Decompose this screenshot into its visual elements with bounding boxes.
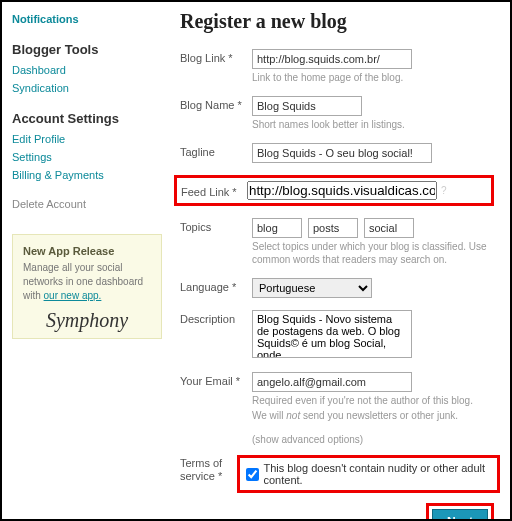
- highlight-feed-link: Feed Link * ?: [174, 175, 494, 206]
- highlight-tos: This blog doesn't contain nudity or othe…: [237, 455, 500, 493]
- nav-syndication[interactable]: Syndication: [12, 79, 162, 97]
- label-blog-link: Blog Link *: [180, 49, 252, 64]
- input-blog-name[interactable]: [252, 96, 362, 116]
- hint-topics: Select topics under which your blog is c…: [252, 240, 500, 266]
- input-blog-link[interactable]: [252, 49, 412, 69]
- label-email: Your Email *: [180, 372, 252, 387]
- next-button[interactable]: Next: [432, 509, 488, 521]
- hint-email-1: Required even if you're not the author o…: [252, 394, 500, 407]
- nav-settings[interactable]: Settings: [12, 148, 162, 166]
- input-topic-2[interactable]: [308, 218, 358, 238]
- input-topic-3[interactable]: [364, 218, 414, 238]
- label-description: Description: [180, 310, 252, 325]
- highlight-next: Next: [426, 503, 494, 521]
- textarea-description[interactable]: Blog Squids - Novo sistema de postagens …: [252, 310, 412, 358]
- hint-email-2: We will not send you newsletters or othe…: [252, 409, 500, 422]
- help-icon[interactable]: ?: [441, 185, 447, 196]
- label-feed-link: Feed Link *: [181, 183, 247, 198]
- label-language: Language *: [180, 278, 252, 293]
- label-tos: Terms of service *: [180, 455, 237, 483]
- page-title: Register a new blog: [180, 10, 500, 33]
- nav-head-account: Account Settings: [12, 111, 162, 126]
- hint-blog-name: Short names look better in listings.: [252, 118, 500, 131]
- hint-blog-link: Link to the home page of the blog.: [252, 71, 500, 84]
- input-tagline[interactable]: [252, 143, 432, 163]
- label-tagline: Tagline: [180, 143, 252, 158]
- promo-title: New App Release: [23, 245, 151, 257]
- promo-text: Manage all your social networks in one d…: [23, 261, 151, 303]
- input-topic-1[interactable]: [252, 218, 302, 238]
- nav-edit-profile[interactable]: Edit Profile: [12, 130, 162, 148]
- nav-delete-account[interactable]: Delete Account: [12, 198, 162, 210]
- nav-notifications[interactable]: Notifications: [12, 10, 162, 28]
- input-email[interactable]: [252, 372, 412, 392]
- tos-text: This blog doesn't contain nudity or othe…: [263, 462, 491, 486]
- promo-link[interactable]: our new app.: [44, 290, 102, 301]
- input-feed-link[interactable]: [247, 181, 437, 200]
- promo-box: New App Release Manage all your social n…: [12, 234, 162, 339]
- nav-dashboard[interactable]: Dashboard: [12, 61, 162, 79]
- label-topics: Topics: [180, 218, 252, 233]
- label-blog-name: Blog Name *: [180, 96, 252, 111]
- nav-billing[interactable]: Billing & Payments: [12, 166, 162, 184]
- select-language[interactable]: Portuguese: [252, 278, 372, 298]
- checkbox-tos[interactable]: [246, 468, 259, 481]
- nav-head-tools: Blogger Tools: [12, 42, 162, 57]
- promo-signature: Symphony: [23, 309, 151, 332]
- link-advanced-options[interactable]: (show advanced options): [252, 434, 500, 445]
